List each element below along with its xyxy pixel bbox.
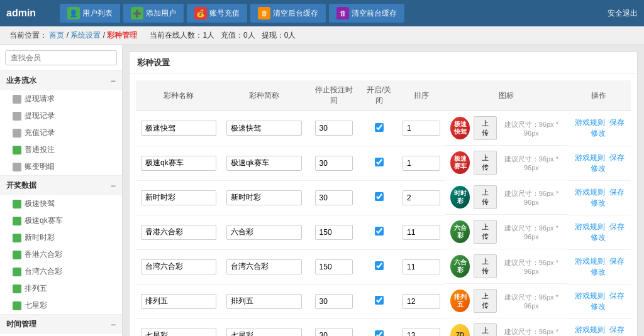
short-input-0[interactable] [226,121,302,136]
sort-input-5[interactable] [402,294,440,309]
sidebar-section-business-title[interactable]: 业务流水 − [0,71,122,90]
rule-link-5[interactable]: 游戏规则 [575,291,605,300]
upload-button-5[interactable]: 上传 [474,289,497,313]
short-input-2[interactable] [226,190,302,205]
enabled-checkbox-5[interactable] [375,296,384,305]
sidebar-item[interactable]: 台湾六合彩 [0,263,122,280]
add-user-label: 添加用户 [146,8,176,19]
size-hint-6: 建议尺寸：96px * 96px [501,327,562,337]
sort-input-0[interactable] [402,121,440,136]
lottery-icon-0: 极速 快驾 [450,117,470,139]
sidebar-item[interactable]: 七星彩 [0,297,122,314]
stop-time-input-3[interactable] [315,225,353,240]
name-input-6[interactable] [141,328,216,336]
upload-button-2[interactable]: 上传 [474,185,497,209]
short-input-4[interactable] [226,259,302,274]
sort-input-2[interactable] [402,190,440,205]
clear-backend-button[interactable]: 🗑 清空后台缓存 [250,4,326,23]
breadcrumb-home[interactable]: 首页 [49,31,64,40]
sidebar-item[interactable]: 香港六合彩 [0,246,122,263]
cell-enabled-4 [360,249,397,284]
app-title: admin [6,8,57,19]
rule-link-1[interactable]: 游戏规则 [575,153,605,162]
short-input-1[interactable] [226,156,302,171]
search-input[interactable] [5,50,117,65]
sidebar-item[interactable]: 充值记录 [0,124,122,141]
stop-time-input-1[interactable] [315,156,353,171]
enabled-checkbox-4[interactable] [375,261,384,270]
add-user-button[interactable]: ➕ 添加用户 [123,4,184,23]
recharge-button[interactable]: 💰 账号充值 [187,4,247,23]
sort-input-4[interactable] [402,259,440,274]
sidebar-item[interactable]: 普通投注 [0,141,122,158]
upload-button-1[interactable]: 上传 [474,151,497,175]
sidebar-item[interactable]: 极速qk赛车 [0,212,122,229]
lotto3-icon [13,234,21,242]
cell-icon-4: 六合 彩 上传 建议尺寸：96px * 96px [445,249,567,284]
cell-op-2: 游戏规则 保存修改 [567,180,631,215]
charge-icon [13,129,21,138]
name-input-0[interactable] [141,121,216,136]
upload-button-4[interactable]: 上传 [474,254,497,278]
rule-link-4[interactable]: 游戏规则 [575,257,605,266]
logout-button[interactable]: 安全退出 [608,8,638,19]
upload-button-0[interactable]: 上传 [474,116,497,140]
name-input-1[interactable] [141,156,216,171]
sort-input-3[interactable] [402,225,440,240]
sidebar-section-time-title[interactable]: 时间管理 − [0,315,122,334]
cell-sort-1 [397,146,445,180]
panel-title: 彩种设置 [130,52,637,74]
sidebar-item[interactable]: 新时时彩 [0,229,122,246]
lottery-icon-3: 六合 彩 [450,220,470,243]
cell-sort-4 [397,249,445,284]
rule-link-3[interactable]: 游戏规则 [575,222,605,231]
sidebar-item[interactable]: 账变明细 [0,158,122,175]
sidebar-item[interactable]: 极速快驾 [0,195,122,212]
cell-op-1: 游戏规则 保存修改 [567,146,631,180]
clear-frontend-button[interactable]: 🗑 清空前台缓存 [329,4,404,23]
stop-time-input-4[interactable] [315,259,353,274]
toggle-icon: − [111,76,116,86]
ledger-icon [13,163,21,171]
enabled-checkbox-2[interactable] [375,192,384,201]
enabled-checkbox-0[interactable] [375,123,384,132]
lotto7-icon [13,301,21,310]
clear-frontend-icon: 🗑 [336,7,349,19]
upload-button-6[interactable]: 上传 [474,323,497,336]
col-name: 彩种名称 [136,80,221,111]
breadcrumb-settings[interactable]: 系统设置 [70,31,101,40]
name-input-4[interactable] [141,259,216,274]
sidebar-item[interactable]: 提现请求 [0,90,122,107]
cell-short-6 [221,318,307,336]
stop-time-input-6[interactable] [315,328,353,336]
name-input-3[interactable] [141,225,216,240]
stop-time-input-0[interactable] [315,121,353,136]
col-icon: 图标 [445,80,567,111]
name-input-2[interactable] [141,190,216,205]
sort-input-6[interactable] [402,328,440,336]
sidebar-item[interactable]: 排列五 [0,280,122,297]
enabled-checkbox-6[interactable] [375,330,384,336]
rule-link-0[interactable]: 游戏规则 [575,118,605,127]
sidebar-section-lottery-title[interactable]: 开奖数据 − [0,176,122,195]
name-input-5[interactable] [141,294,216,309]
stop-time-input-2[interactable] [315,190,353,205]
table-header-row: 彩种名称 彩种简称 停止投注时间 开启/关闭 排序 图标 操作 [136,80,631,111]
enabled-checkbox-1[interactable] [375,158,384,166]
sidebar-item[interactable]: 提现记录 [0,107,122,124]
upload-button-3[interactable]: 上传 [474,220,497,244]
lotto2-icon [13,217,21,225]
stop-time-input-5[interactable] [315,294,353,309]
short-input-5[interactable] [226,294,302,309]
cell-stop-1 [307,146,360,180]
sidebar-search-container [0,45,122,71]
short-input-6[interactable] [226,328,302,336]
rule-link-6[interactable]: 游戏规则 [575,325,605,334]
short-input-3[interactable] [226,225,302,240]
enabled-checkbox-3[interactable] [375,227,384,236]
sort-input-1[interactable] [402,156,440,171]
user-list-button[interactable]: 👤 用户列表 [60,4,120,23]
lottery-icon-2: 时时 彩 [450,186,470,209]
cell-enabled-0 [360,111,397,146]
rule-link-2[interactable]: 游戏规则 [575,188,605,197]
